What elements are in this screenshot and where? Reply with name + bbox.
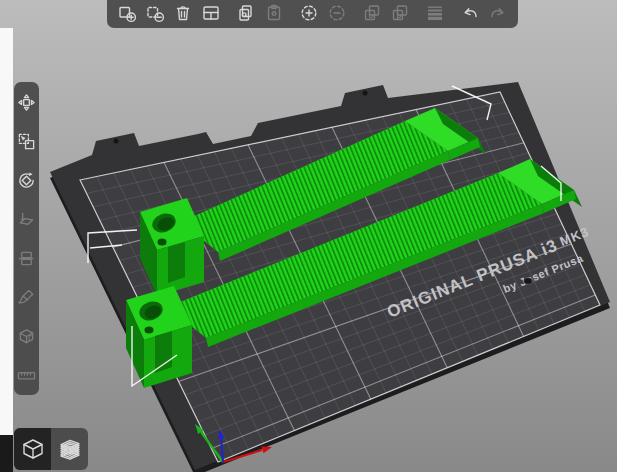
scale-button[interactable] xyxy=(14,128,39,154)
paste-button xyxy=(260,0,288,26)
split-to-parts-button: p xyxy=(386,0,414,26)
copy-icon xyxy=(236,3,256,23)
rotate-icon xyxy=(17,171,36,190)
scene-canvas[interactable]: ORIGINAL PRUSA i3MK3 by Josef Prusa xyxy=(0,0,628,472)
remove-instance-button xyxy=(323,0,351,26)
copy-button[interactable] xyxy=(232,0,260,26)
cut-button xyxy=(14,245,39,271)
page-margin-left xyxy=(0,28,13,435)
bed-mount-hole xyxy=(114,139,119,144)
delete-object-icon xyxy=(145,3,165,23)
move-icon xyxy=(17,93,36,112)
view-3d-editor-button[interactable] xyxy=(14,428,51,470)
undo-icon xyxy=(460,3,480,23)
rotate-button[interactable] xyxy=(14,167,39,193)
redo-icon xyxy=(488,3,508,23)
add-instance-icon xyxy=(299,3,319,23)
gizmo-toolbar xyxy=(14,82,39,395)
bed-mount-hole xyxy=(363,91,368,96)
split-to-objects-badge: o xyxy=(369,12,374,20)
paint-supports-icon xyxy=(17,288,36,307)
delete-all-button[interactable] xyxy=(169,0,197,26)
split-to-objects-button: o xyxy=(358,0,386,26)
comb-front-slot xyxy=(155,331,172,373)
measure-icon xyxy=(17,366,36,385)
measure-button xyxy=(14,362,39,388)
seam-painting-button xyxy=(14,323,39,349)
move-button[interactable] xyxy=(14,89,39,115)
remove-instance-icon xyxy=(327,3,347,23)
delete-object-button[interactable] xyxy=(141,0,169,26)
comb-rear-small-hole xyxy=(158,239,167,246)
comb-rear-slot xyxy=(168,242,185,283)
bottom-left-corner-block xyxy=(0,435,13,472)
scale-icon xyxy=(17,132,36,151)
paste-icon xyxy=(264,3,284,23)
view-mode-toolbar xyxy=(14,428,88,470)
place-on-face-button xyxy=(14,206,39,232)
top-toolbar: op xyxy=(107,0,518,28)
seam-painting-icon xyxy=(17,327,36,346)
bed-screw-hole xyxy=(524,278,532,284)
page-margin-right xyxy=(617,0,628,472)
add-object-icon xyxy=(117,3,137,23)
variable-layer-height-icon xyxy=(425,3,445,23)
split-to-parts-badge: p xyxy=(397,12,402,20)
add-object-button[interactable] xyxy=(113,0,141,26)
cut-icon xyxy=(17,249,36,268)
redo-button xyxy=(484,0,512,26)
3d-viewport[interactable]: ORIGINAL PRUSA i3MK3 by Josef Prusa xyxy=(0,0,628,472)
place-on-face-icon xyxy=(17,210,36,229)
arrange-button[interactable] xyxy=(197,0,225,26)
delete-all-icon xyxy=(173,3,193,23)
view-3d-editor-icon xyxy=(20,436,46,462)
comb-front-small-hole xyxy=(145,327,154,334)
variable-layer-height-button xyxy=(421,0,449,26)
paint-supports-button xyxy=(14,284,39,310)
view-preview-button[interactable] xyxy=(51,428,88,470)
add-instance-button[interactable] xyxy=(295,0,323,26)
arrange-icon xyxy=(201,3,221,23)
undo-button[interactable] xyxy=(456,0,484,26)
view-preview-icon xyxy=(57,436,83,462)
